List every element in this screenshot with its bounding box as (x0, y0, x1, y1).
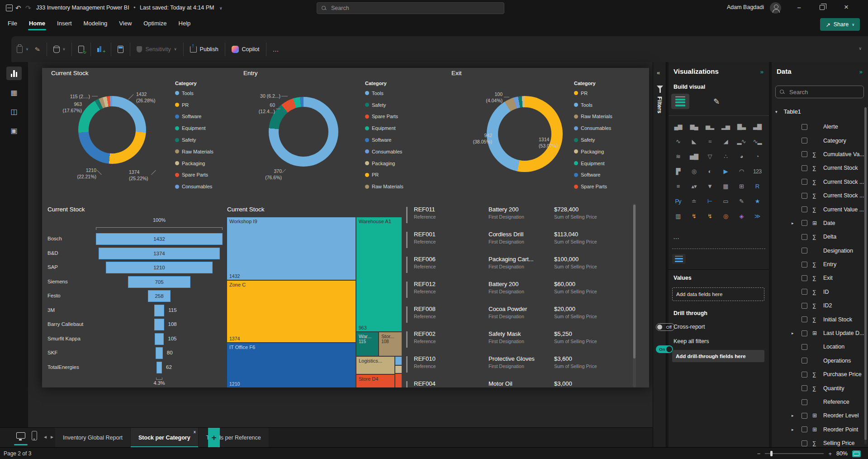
legend-item[interactable]: Spare Parts (175, 169, 229, 181)
data-field-row[interactable]: ▸ ⊞ Date (772, 216, 864, 230)
data-field-row[interactable]: ▸ ∑ Current Stock ... (772, 189, 864, 202)
field-checkbox[interactable] (802, 399, 807, 405)
legend-item[interactable]: Software (365, 134, 419, 146)
treemap-chart[interactable]: Workshop I91432Zone C1374IT Office F6121… (227, 217, 402, 387)
collapse-data-icon[interactable]: » (859, 68, 863, 75)
field-checkbox[interactable] (802, 358, 807, 363)
data-field-row[interactable]: ▸ ∑ Current Stock ... (772, 175, 864, 189)
get-data-button[interactable]: ∨ (53, 46, 66, 53)
funnel-bar[interactable]: 1210 (106, 262, 213, 273)
save-icon[interactable] (6, 5, 13, 11)
viz-type-icon[interactable]: ◐ (703, 166, 716, 177)
title-dropdown-icon[interactable]: ∨ (219, 6, 223, 10)
zoom-slider-thumb[interactable] (770, 451, 773, 456)
viz-type-icon[interactable]: ≋ (671, 151, 685, 162)
legend-item[interactable]: Packaging (175, 158, 229, 169)
data-field-row[interactable]: ▸ ∑ ID (772, 285, 864, 299)
menu-item[interactable]: File (8, 20, 17, 30)
viz-type-icon[interactable]: ▂∿ (735, 136, 748, 147)
field-checkbox[interactable] (802, 413, 807, 419)
viz-type-icon[interactable]: ▅▂ (703, 121, 716, 132)
viz-type-icon[interactable]: ≈ (703, 136, 716, 147)
data-field-row[interactable]: ▸ ∑ Initial Stock (772, 312, 864, 326)
field-checkbox[interactable] (802, 179, 807, 185)
legend-item[interactable]: Safety (574, 134, 628, 146)
multi-row-card[interactable]: REF011Reference Battery 200First Designa… (405, 204, 637, 387)
legend-item[interactable]: Raw Materials (175, 146, 229, 158)
funnel-bar[interactable] (156, 347, 163, 359)
treemap-cell[interactable]: Warehouse A1963 (356, 217, 402, 331)
minimize-button[interactable]: − (797, 4, 801, 11)
legend-item[interactable]: Consumables (574, 122, 628, 134)
collapse-table-icon[interactable]: ▾ (775, 110, 778, 114)
report-view-button[interactable] (6, 67, 22, 80)
expand-field-icon[interactable]: ▸ (792, 413, 794, 418)
viz-type-icon[interactable]: ≫ (750, 210, 764, 221)
data-search[interactable] (775, 86, 864, 98)
viz-type-icon[interactable]: ⊢ (703, 196, 716, 206)
donut-chart-exit[interactable] (487, 96, 563, 172)
dax-query-view-button[interactable]: ▣ (6, 124, 22, 137)
new-visual-button[interactable]: + (97, 46, 104, 53)
format-visual-tab[interactable]: ✎ (707, 94, 726, 109)
legend-item[interactable]: Equipment (175, 122, 229, 134)
collapse-ribbon-icon[interactable]: ∨ (859, 46, 862, 51)
field-checkbox[interactable] (802, 385, 807, 391)
table-view-button[interactable]: ▦ (6, 86, 22, 99)
funnel-bar[interactable] (154, 305, 164, 316)
treemap-cell[interactable] (395, 366, 402, 373)
close-button[interactable]: × (844, 3, 849, 12)
viz-type-icon[interactable]: ≡ (671, 181, 685, 191)
viz-type-icon[interactable]: 123 (750, 166, 764, 177)
viz-type-icon[interactable]: ◠ (735, 166, 748, 177)
data-field-row[interactable]: ▸ Reference (772, 395, 864, 409)
data-field-row[interactable]: ▸ Category (772, 134, 864, 147)
funnel-bar[interactable]: 258 (148, 290, 171, 302)
field-checkbox[interactable] (802, 330, 807, 336)
share-button[interactable]: ↗ Share ∨ (820, 18, 860, 31)
legend-item[interactable]: Equipment (365, 122, 419, 134)
menu-item[interactable]: Home (29, 20, 45, 30)
card-row[interactable]: REF002Reference Safety MaskFirst Designa… (405, 330, 627, 354)
viz-type-icon[interactable]: ◔ (750, 151, 764, 162)
card-row[interactable]: REF011Reference Battery 200First Designa… (405, 205, 627, 230)
card-row[interactable]: REF012Reference Battery 200First Designa… (405, 280, 627, 305)
values-field-well[interactable]: Add data fields here (672, 287, 764, 301)
data-field-row[interactable]: ▸ Operations (772, 354, 864, 368)
mobile-layout-icon[interactable] (32, 431, 37, 440)
viz-type-icon[interactable]: ★ (750, 196, 764, 206)
viz-type-icon[interactable]: ▄▆ (671, 121, 685, 132)
data-field-row[interactable]: ▸ ∑ ID2 (772, 299, 864, 312)
avatar[interactable] (770, 2, 781, 14)
page-tab[interactable]: Inventory Global Report (55, 428, 131, 448)
expand-filters-icon[interactable]: « (657, 69, 660, 76)
treemap-cell[interactable]: War...115 (356, 332, 378, 356)
data-field-row[interactable]: ▸ ⊞ Last Update D... (772, 326, 864, 340)
zoom-slider[interactable] (765, 453, 824, 454)
drill-through-field-well[interactable]: Add drill-through fields here (672, 350, 764, 362)
legend-item[interactable]: Tools (574, 99, 628, 111)
field-checkbox[interactable] (802, 220, 807, 226)
card-row[interactable]: REF010Reference Protective GlovesFirst D… (405, 354, 627, 379)
keep-all-filters-toggle[interactable]: On (656, 345, 673, 353)
field-checkbox[interactable] (802, 275, 807, 281)
legend-item[interactable]: Spare Parts (365, 111, 419, 123)
data-field-row[interactable]: ▸ ⊞ Reorder Point (772, 423, 864, 436)
legend-item[interactable]: Equipment (574, 158, 628, 169)
treemap-cell[interactable] (395, 357, 402, 365)
undo-icon[interactable]: ↶ (15, 4, 21, 12)
publish-button[interactable]: Publish (190, 46, 218, 53)
expand-field-icon[interactable]: ▸ (792, 221, 794, 225)
viz-type-icon[interactable]: R (750, 181, 764, 191)
field-checkbox[interactable] (802, 372, 807, 378)
viz-type-icon[interactable]: ∴ (719, 151, 732, 162)
treemap-cell[interactable]: Workshop I91432 (227, 217, 356, 280)
transform-data-button[interactable]: ↻ (78, 46, 84, 53)
data-field-row[interactable]: ▸ ∑ Current Stock (772, 161, 864, 175)
selected-visual-thumbnail[interactable] (672, 254, 686, 264)
field-checkbox[interactable] (802, 248, 807, 253)
menu-item[interactable]: Modeling (84, 20, 108, 30)
legend-item[interactable]: Safety (365, 99, 419, 111)
legend-item[interactable]: Raw Materials (574, 111, 628, 123)
viz-type-icon[interactable]: ↯ (687, 210, 701, 221)
